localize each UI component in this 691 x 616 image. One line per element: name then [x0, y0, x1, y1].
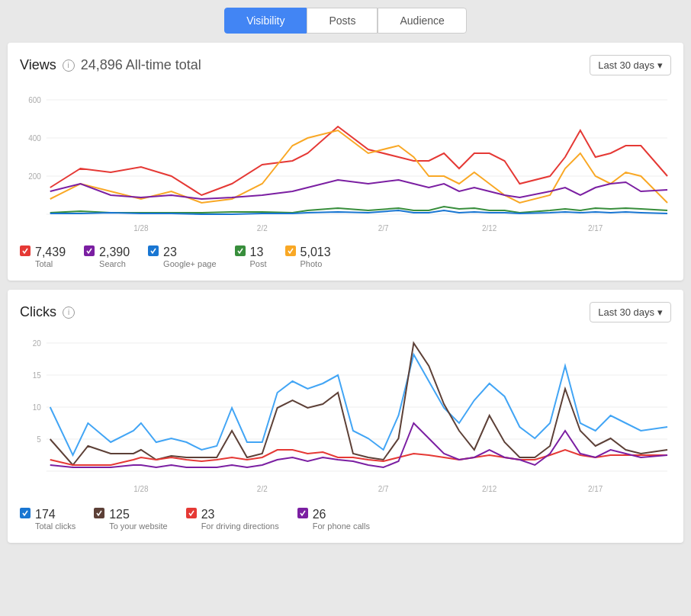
- legend-label-post: Post: [250, 259, 267, 268]
- views-chart: 600 400 200 1/28 2/2 2/7 2/12 2/17: [20, 85, 671, 237]
- clicks-legend: 174 Total clicks 125 To your website: [20, 507, 671, 531]
- svg-text:5: 5: [37, 435, 41, 444]
- svg-text:2/12: 2/12: [482, 485, 497, 493]
- views-title-group: Views i 24,896 All-time total: [20, 57, 201, 73]
- svg-text:600: 600: [28, 96, 41, 104]
- views-card: Views i 24,896 All-time total Last 30 da…: [8, 43, 683, 281]
- legend-value-post: 13: [250, 245, 267, 259]
- svg-text:2/7: 2/7: [378, 224, 389, 233]
- chevron-down-icon: ▾: [657, 306, 663, 318]
- chevron-down-icon: ▾: [657, 59, 663, 71]
- legend-item-total: 7,439 Total: [20, 245, 66, 268]
- views-period-dropdown[interactable]: Last 30 days ▾: [590, 55, 671, 75]
- tab-posts[interactable]: Posts: [307, 8, 378, 34]
- svg-text:20: 20: [33, 339, 41, 348]
- svg-text:1/28: 1/28: [133, 224, 149, 233]
- legend-checkbox-website[interactable]: [94, 508, 104, 518]
- svg-text:2/17: 2/17: [588, 485, 603, 493]
- clicks-info-icon[interactable]: i: [63, 306, 75, 319]
- legend-value-googleplus: 23: [163, 245, 216, 259]
- legend-label-search: Search: [99, 259, 130, 268]
- svg-text:15: 15: [33, 371, 41, 380]
- clicks-card: Clicks i Last 30 days ▾ 20 15 10 5 1/28 …: [8, 290, 683, 543]
- svg-text:2/2: 2/2: [257, 485, 268, 493]
- legend-checkbox-googleplus[interactable]: [148, 245, 159, 256]
- svg-text:200: 200: [28, 172, 41, 181]
- svg-text:2/12: 2/12: [482, 224, 497, 233]
- legend-label-total: Total: [35, 259, 66, 268]
- legend-value-website: 125: [109, 507, 167, 521]
- legend-checkbox-post[interactable]: [235, 245, 246, 256]
- legend-checkbox-phone[interactable]: [297, 508, 308, 518]
- svg-text:2/17: 2/17: [588, 224, 603, 233]
- legend-label-total-clicks: Total clicks: [35, 521, 76, 531]
- legend-value-directions: 23: [201, 507, 279, 521]
- legend-item-phone: 26 For phone calls: [297, 507, 370, 531]
- svg-text:10: 10: [33, 403, 41, 412]
- clicks-card-header: Clicks i Last 30 days ▾: [20, 302, 671, 322]
- legend-checkbox-directions[interactable]: [186, 508, 197, 518]
- legend-item-directions: 23 For driving directions: [186, 507, 279, 531]
- tabs-navigation: Visibility Posts Audience: [8, 8, 683, 34]
- legend-item-googleplus: 23 Google+ page: [148, 245, 216, 268]
- views-title: Views: [20, 57, 56, 73]
- legend-item-website: 125 To your website: [94, 507, 167, 531]
- svg-text:2/7: 2/7: [378, 485, 389, 493]
- views-card-header: Views i 24,896 All-time total Last 30 da…: [20, 55, 671, 75]
- legend-item-post: 13 Post: [235, 245, 267, 268]
- legend-label-googleplus: Google+ page: [163, 259, 216, 268]
- legend-label-website: To your website: [109, 521, 167, 531]
- legend-value-photo: 5,013: [301, 245, 331, 259]
- views-info-icon[interactable]: i: [63, 59, 75, 72]
- clicks-period-dropdown[interactable]: Last 30 days ▾: [590, 302, 671, 322]
- legend-label-phone: For phone calls: [313, 521, 370, 531]
- svg-text:2/2: 2/2: [257, 224, 268, 233]
- legend-label-photo: Photo: [301, 259, 331, 268]
- legend-checkbox-photo[interactable]: [285, 245, 296, 256]
- legend-label-directions: For driving directions: [201, 521, 279, 531]
- views-all-time-value: 24,896 All-time total: [81, 57, 201, 73]
- legend-checkbox-search[interactable]: [84, 245, 95, 256]
- legend-item-total-clicks: 174 Total clicks: [20, 507, 76, 531]
- legend-value-phone: 26: [313, 507, 370, 521]
- legend-value-search: 2,390: [99, 245, 130, 259]
- views-legend: 7,439 Total 2,390 Search 23: [20, 245, 671, 268]
- legend-item-search: 2,390 Search: [84, 245, 130, 268]
- legend-checkbox-total-clicks[interactable]: [20, 508, 31, 518]
- legend-item-photo: 5,013 Photo: [285, 245, 331, 268]
- legend-value-total: 7,439: [35, 245, 66, 259]
- legend-value-total-clicks: 174: [35, 507, 76, 521]
- tab-audience[interactable]: Audience: [378, 8, 466, 34]
- svg-text:400: 400: [28, 134, 41, 143]
- clicks-title-group: Clicks i: [20, 304, 75, 320]
- tab-visibility[interactable]: Visibility: [224, 8, 307, 34]
- clicks-chart: 20 15 10 5 1/28 2/2 2/7 2/12 2/17: [20, 332, 671, 499]
- svg-text:1/28: 1/28: [133, 485, 149, 493]
- legend-checkbox-total[interactable]: [20, 245, 31, 256]
- clicks-title: Clicks: [20, 304, 56, 320]
